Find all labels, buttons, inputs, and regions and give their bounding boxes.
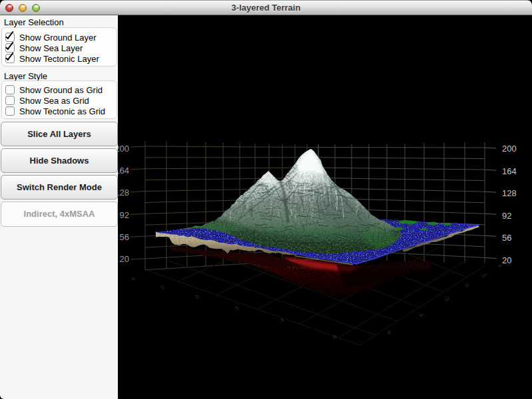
svg-text:2: 2 — [481, 272, 488, 279]
svg-text:0: 0 — [464, 282, 471, 289]
svg-text:-4: -4 — [278, 317, 286, 325]
svg-text:128: 128 — [502, 188, 517, 198]
svg-text:56: 56 — [120, 232, 129, 242]
svg-text:-4: -4 — [417, 311, 425, 319]
svg-text:2: 2 — [159, 284, 166, 291]
svg-text:-6: -6 — [330, 333, 338, 341]
svg-text:-6: -6 — [385, 328, 393, 336]
svg-text:20: 20 — [502, 255, 511, 265]
svg-text:4: 4 — [130, 275, 136, 282]
svg-text:200: 200 — [502, 144, 517, 154]
svg-text:20: 20 — [120, 254, 129, 264]
svg-text:0: 0 — [194, 293, 200, 300]
svg-text:92: 92 — [120, 210, 129, 220]
svg-text:-2: -2 — [443, 295, 451, 303]
svg-text:56: 56 — [502, 233, 511, 243]
svg-text:-2: -2 — [232, 305, 240, 313]
svg-text:4: 4 — [497, 263, 503, 269]
svg-text:164: 164 — [502, 166, 517, 176]
svg-text:92: 92 — [502, 211, 511, 221]
